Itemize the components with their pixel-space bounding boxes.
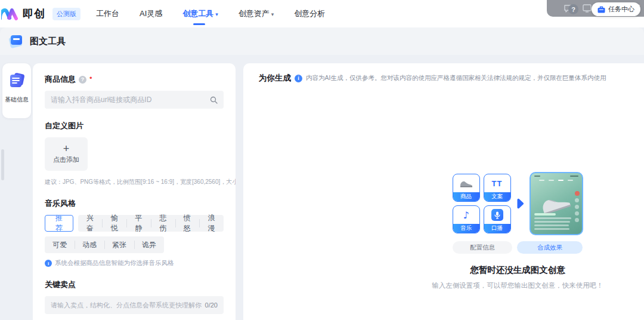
shoe-icon (453, 174, 479, 192)
left-rail: 基础信息 (0, 55, 33, 320)
music-chip[interactable]: 动感 (75, 236, 104, 253)
logo-icon (1, 7, 19, 21)
microphone-icon (491, 209, 503, 221)
music-style-row-2: 可爱 动感 紧张 诡异 (45, 236, 224, 253)
upload-label: 点击添加 (53, 155, 79, 164)
product-url-field[interactable] (45, 91, 224, 109)
settings-panel: 商品信息 ? • 自定义图片 + 点击添加 建议：JPG、PNG等格式，比例范围… (33, 63, 236, 320)
sidebar-item-label: 基础信息 (5, 96, 29, 104)
generation-title: 为你生成 (259, 73, 291, 84)
music-chip[interactable]: 可爱 (45, 236, 75, 253)
image-text-tool-icon (8, 33, 24, 49)
nav-item-creative-analysis[interactable]: 创意分析 (294, 8, 325, 19)
search-icon[interactable] (210, 96, 218, 104)
ai-disclaimer: 内容为AI生成，仅供参考。您对该内容的使用应严格遵循国家相关法律法规的规定，并仅… (306, 74, 606, 82)
sidebar-item-basic-info[interactable]: 基础信息 (2, 63, 31, 118)
page-title: 图文工具 (30, 36, 66, 47)
phone-preview-mockup (530, 172, 583, 235)
selling-points-input[interactable] (51, 301, 202, 309)
top-navigation-bar: 即创 公测版 工作台 AI灵感 创意工具 ▾ 创意资产 ▾ 创意分析 ⋯ ? (0, 0, 644, 27)
task-center-button[interactable]: 任务中心 (592, 2, 640, 16)
char-counter: 0/20 (205, 301, 218, 309)
chevron-down-icon: ▾ (271, 11, 274, 17)
phone-caption-lines (534, 213, 574, 230)
music-chip[interactable]: 浪漫 (199, 215, 224, 232)
nav-item-creative-assets[interactable]: 创意资产 ▾ (239, 8, 274, 19)
app-logo[interactable]: 即创 (0, 7, 45, 21)
config-info-pill: 配置信息 (453, 241, 512, 254)
main-nav: 工作台 AI灵感 创意工具 ▾ 创意资产 ▾ 创意分析 (96, 8, 325, 19)
avatar (575, 191, 580, 196)
music-chip[interactable]: 紧张 (104, 236, 134, 253)
music-chip[interactable]: 平静 (126, 215, 151, 232)
product-info-label: 商品信息 (45, 74, 76, 85)
music-chip[interactable]: 愤怒 (175, 215, 200, 232)
text-icon: TT (492, 179, 503, 188)
info-icon: i (45, 260, 52, 267)
music-chip[interactable]: 愉悦 (102, 215, 126, 232)
upload-image-button[interactable]: + 点击添加 (45, 137, 88, 171)
empty-state: 商品 TT 文案 ♪ 音乐 口播 (422, 172, 613, 290)
music-chip-recommended[interactable]: 推荐 (45, 215, 73, 232)
image-hint: 建议：JPG、PNG等格式，比例范围[9:16 ~ 16:9]，宽度[360,2… (45, 178, 224, 186)
generation-panel: 为你生成 i 内容为AI生成，仅供参考。您对该内容的使用应严格遵循国家相关法律法… (243, 63, 644, 320)
music-style-row-1: 推荐 兴奋 愉悦 平静 悲伤 愤怒 浪漫 (45, 215, 224, 232)
selling-points-label: 关键卖点 (45, 279, 224, 290)
empty-state-title: 您暂时还没生成图文创意 (422, 264, 613, 276)
document-icon (7, 70, 27, 91)
nav-item-ai-inspiration[interactable]: AI灵感 (140, 8, 162, 19)
briefcase-icon (597, 6, 605, 13)
arrow-right-icon (516, 198, 524, 209)
card-copywriting: TT 文案 (484, 174, 511, 202)
shoe-image (537, 189, 574, 216)
info-icon: i (295, 75, 302, 82)
help-icon[interactable]: ? (568, 4, 578, 14)
logo-text: 即创 (23, 7, 45, 21)
nav-item-creative-tools[interactable]: 创意工具 ▾ (182, 8, 218, 19)
card-product: 商品 (453, 174, 480, 202)
phone-action-icons (575, 191, 580, 222)
card-voiceover: 口播 (484, 205, 511, 233)
music-style-note: 系统会根据商品信息智能为你选择音乐风格 (55, 259, 174, 267)
plus-icon: + (63, 144, 70, 153)
scrollbar[interactable] (1, 149, 4, 180)
composite-result-pill: 合成效果 (517, 241, 583, 254)
empty-illustration: 商品 TT 文案 ♪ 音乐 口播 (422, 172, 613, 235)
music-note-icon: ♪ (463, 210, 469, 221)
help-question-icon[interactable]: ? (79, 76, 86, 84)
product-url-input[interactable] (51, 96, 210, 104)
page-header: 图文工具 (0, 27, 644, 55)
beta-badge: 公测版 (52, 8, 80, 20)
nav-item-workbench[interactable]: 工作台 (96, 8, 119, 19)
task-center-label: 任务中心 (608, 5, 634, 14)
selling-points-field[interactable]: 0/20 (45, 296, 224, 314)
music-chip[interactable]: 悲伤 (151, 215, 175, 232)
custom-image-label: 自定义图片 (45, 121, 224, 131)
music-chip[interactable]: 诡异 (134, 236, 164, 253)
music-chip[interactable]: 兴奋 (78, 215, 103, 232)
empty-state-subtitle: 输入左侧设置项，可以帮您输出图文创意，快来使用吧！ (422, 281, 613, 290)
music-style-label: 音乐风格 (45, 198, 224, 209)
required-marker: • (89, 75, 92, 81)
chevron-down-icon: ▾ (215, 11, 218, 17)
card-music: ♪ 音乐 (453, 205, 480, 233)
